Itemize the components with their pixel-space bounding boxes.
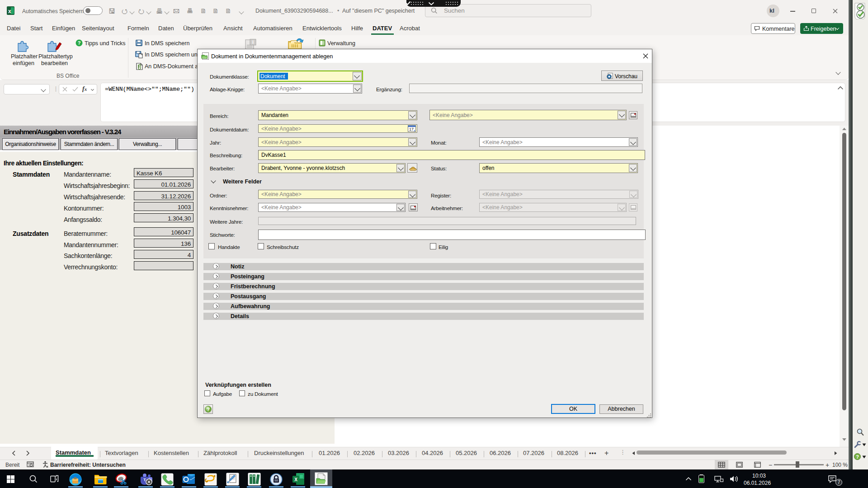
svg-text:?: ? <box>78 40 81 46</box>
svg-text:i: i <box>252 39 254 45</box>
svg-text:?: ? <box>207 407 210 412</box>
svg-text:?: ? <box>856 454 859 460</box>
svg-text:T: T <box>143 478 146 482</box>
svg-text:X: X <box>294 477 297 482</box>
svg-text:17: 17 <box>409 127 414 131</box>
